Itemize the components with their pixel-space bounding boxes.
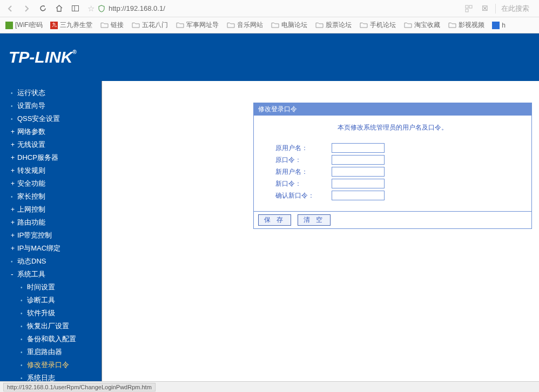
sidebar-item-label: 时间设置 [27, 282, 55, 292]
sidebar-item[interactable]: 运行状态 [0, 86, 102, 99]
form-input[interactable] [332, 179, 385, 188]
folder-icon [176, 21, 184, 30]
bookmark-item[interactable]: 五花八门 [131, 21, 168, 30]
logo-area: TP-LINK® [0, 33, 102, 81]
sidebar-toggle-icon[interactable] [69, 3, 81, 15]
sidebar-item[interactable]: 无线设置 [0, 138, 102, 151]
bookmark-item[interactable]: 音乐网站 [226, 21, 263, 30]
sidebar-item-label: 动态DNS [17, 256, 46, 266]
sidebar-subitem[interactable]: 重启路由器 [10, 346, 102, 359]
bookmark-label: 链接 [111, 21, 124, 30]
bookmark-item[interactable]: h [492, 22, 506, 29]
sidebar-item-label: 软件升级 [27, 308, 55, 318]
sidebar-subitem[interactable]: 修改登录口令 [10, 359, 102, 371]
sidebar-subitem[interactable]: 恢复出厂设置 [10, 320, 102, 333]
form-label: 确认新口令： [275, 191, 332, 200]
bullet-icon [11, 206, 15, 213]
bookmark-item[interactable]: 九三九养生堂 [50, 21, 92, 30]
sidebar-item-label: 修改登录口令 [27, 360, 69, 370]
sidebar-item[interactable]: QSS安全设置 [0, 112, 102, 125]
bullet-icon [21, 298, 25, 303]
folder-icon [131, 21, 140, 30]
home-button[interactable] [53, 3, 65, 15]
bullet-icon [21, 310, 25, 316]
block-icon[interactable]: ☒ [479, 3, 491, 15]
site-icon: 九 [50, 22, 58, 29]
forward-button[interactable] [21, 3, 32, 15]
bullet-icon [21, 336, 25, 342]
sidebar-item[interactable]: IP带宽控制 [0, 229, 102, 242]
bullet-icon [11, 270, 15, 279]
sidebar-item-label: 运行状态 [17, 88, 45, 98]
url-bar[interactable]: ☆ http://192.168.0.1/ [85, 4, 459, 13]
bullet-icon [21, 285, 25, 290]
bullet-icon [21, 323, 25, 329]
bullet-icon [11, 154, 15, 161]
bullet-icon [21, 362, 25, 368]
save-button[interactable]: 保 存 [258, 214, 291, 226]
form-label: 新口令： [275, 179, 332, 188]
folder-icon [403, 21, 412, 30]
sidebar-item[interactable]: 设置向导 [0, 99, 102, 112]
shield-icon[interactable] [98, 5, 105, 12]
form-input[interactable] [332, 167, 385, 177]
bookmark-item[interactable]: 电脑论坛 [271, 21, 307, 30]
bookmark-item[interactable]: 军事网址导 [176, 21, 219, 30]
sidebar-item[interactable]: 转发规则 [0, 164, 102, 177]
bookmark-label: 电脑论坛 [281, 21, 307, 30]
sidebar-item-label: 无线设置 [17, 140, 45, 150]
header-strip [102, 33, 539, 81]
bookmark-item[interactable]: [WiFi密码 [5, 21, 43, 30]
form-input[interactable] [332, 143, 385, 153]
search-box[interactable]: 在此搜索 [495, 4, 535, 13]
sidebar-item[interactable]: 系统工具 [0, 268, 102, 281]
sidebar-item[interactable]: 动态DNS [0, 255, 102, 268]
bookmark-label: 股票论坛 [326, 21, 352, 30]
bookmark-label: 影视视频 [459, 21, 484, 30]
content-area: 修改登录口令 本页修改系统管理员的用户名及口令。 原用户名：原口令：新用户名：新… [102, 81, 539, 381]
sidebar-item[interactable]: IP与MAC绑定 [0, 242, 102, 255]
sidebar-subitem[interactable]: 诊断工具 [10, 294, 102, 307]
bullet-icon [11, 232, 15, 239]
back-button[interactable] [4, 3, 16, 15]
sidebar-item[interactable]: 安全功能 [0, 177, 102, 190]
clear-button[interactable]: 清 空 [298, 214, 331, 226]
form-row: 原口令： [275, 155, 510, 165]
form-input[interactable] [332, 155, 385, 165]
sidebar-item[interactable]: 家长控制 [0, 190, 102, 203]
form-input[interactable] [332, 191, 385, 200]
bookmark-label: h [502, 22, 506, 29]
form-row: 原用户名： [275, 143, 510, 153]
sidebar-item-label: 重启路由器 [27, 347, 62, 357]
panel-description: 本页修改系统管理员的用户名及口令。 [254, 116, 531, 136]
bookmark-item[interactable]: 影视视频 [448, 21, 484, 30]
qr-icon[interactable] [463, 3, 475, 15]
sidebar-item[interactable]: 路由功能 [0, 216, 102, 229]
bookmark-item[interactable]: 链接 [100, 21, 124, 30]
bullet-icon [11, 116, 15, 122]
page-body: TP-LINK® 运行状态设置向导QSS安全设置网络参数无线设置DHCP服务器转… [0, 33, 539, 381]
star-icon[interactable]: ☆ [87, 4, 95, 13]
search-placeholder: 在此搜索 [501, 4, 529, 13]
folder-icon [448, 21, 456, 30]
bookmark-label: 音乐网站 [237, 21, 263, 30]
sidebar-item[interactable]: DHCP服务器 [0, 151, 102, 164]
svg-rect-3 [469, 5, 472, 8]
sidebar-subitem[interactable]: 备份和载入配置 [10, 333, 102, 346]
reload-button[interactable] [37, 3, 49, 15]
form-row: 确认新口令： [275, 191, 510, 200]
sidebar-subitem[interactable]: 系统日志 [10, 371, 102, 381]
bookmark-item[interactable]: 手机论坛 [359, 21, 396, 30]
folder-icon [100, 21, 109, 30]
form-row: 新口令： [275, 179, 510, 188]
bookmark-item[interactable]: 淘宝收藏 [403, 21, 440, 30]
sidebar-item[interactable]: 上网控制 [0, 203, 102, 216]
svg-rect-2 [466, 5, 468, 8]
bookmark-item[interactable]: 股票论坛 [315, 21, 352, 30]
bullet-icon [11, 90, 15, 96]
sidebar-item[interactable]: 网络参数 [0, 125, 102, 138]
sidebar-subitem[interactable]: 时间设置 [10, 281, 102, 294]
bullet-icon [11, 259, 15, 265]
sidebar-nav[interactable]: 运行状态设置向导QSS安全设置网络参数无线设置DHCP服务器转发规则安全功能家长… [0, 81, 102, 381]
sidebar-subitem[interactable]: 软件升级 [10, 307, 102, 320]
